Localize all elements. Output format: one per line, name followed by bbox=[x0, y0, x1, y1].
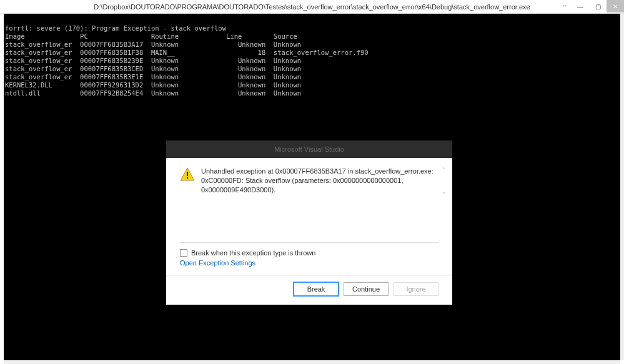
console-row: stack_overflow_er 00007FF6835B1F38 MAIN_… bbox=[5, 49, 369, 56]
svg-rect-2 bbox=[187, 177, 188, 179]
ignore-button: Ignore bbox=[394, 282, 438, 296]
console-error-line: forrtl: severe (170): Program Exception … bbox=[5, 24, 226, 32]
message-scrollbar[interactable]: ⌃ ⌄ bbox=[441, 167, 446, 195]
scroll-up-icon[interactable]: ⌃ bbox=[441, 167, 446, 172]
console-row: stack_overflow_er 00007FF6835B3E1E Unkno… bbox=[5, 73, 301, 81]
window-controls: — ▢ ✕ bbox=[572, 0, 624, 12]
svg-rect-1 bbox=[187, 172, 188, 176]
console-row: stack_overflow_er 00007FF6835B3A17 Unkno… bbox=[5, 41, 301, 48]
checkbox-box[interactable] bbox=[180, 249, 187, 257]
dialog-message-line-2: 0xC00000FD: Stack overflow (parameters: … bbox=[201, 176, 438, 195]
scroll-down-icon[interactable]: ⌄ bbox=[441, 189, 446, 195]
break-button[interactable]: Break bbox=[294, 282, 339, 296]
close-button[interactable]: ✕ bbox=[607, 0, 624, 12]
console-row: stack_overflow_er 00007FF6835B239E Unkno… bbox=[5, 57, 301, 64]
break-on-exception-checkbox[interactable]: Break when this exception type is thrown bbox=[180, 249, 438, 257]
horizontal-scrollbar[interactable] bbox=[4, 360, 620, 364]
app-window: D:\Dropbox\DOUTORADO\PROGRAMA\DOUTORADO\… bbox=[0, 0, 624, 364]
continue-button[interactable]: Continue bbox=[344, 282, 389, 296]
dialog-message-line-1: Unhandled exception at 0x00007FF6835B3A1… bbox=[201, 167, 438, 176]
exception-dialog: Microsoft Visual Studio Unhandled except… bbox=[166, 140, 452, 305]
console-row: stack_overflow_er 00007FF6835B3CED Unkno… bbox=[5, 65, 301, 72]
console-row: ntdll.dll 00007FF92B8254E4 Unknown Unkno… bbox=[5, 89, 301, 97]
resize-arrows-icon: ↔ bbox=[562, 2, 568, 9]
console-row: KERNEL32.DLL 00007FF9296313D2 Unknown Un… bbox=[5, 81, 301, 89]
open-exception-settings-link[interactable]: Open Exception Settings bbox=[180, 259, 255, 267]
checkbox-label: Break when this exception type is thrown bbox=[191, 249, 315, 257]
dialog-title: Microsoft Visual Studio bbox=[166, 140, 452, 158]
dialog-message: Unhandled exception at 0x00007FF6835B3A1… bbox=[201, 167, 438, 195]
dialog-buttons: Break Continue Ignore bbox=[166, 275, 452, 305]
console-column-header: Image PC Routine Line Source bbox=[5, 32, 297, 40]
dialog-body: Unhandled exception at 0x00007FF6835B3A1… bbox=[166, 158, 452, 305]
dialog-message-area: Unhandled exception at 0x00007FF6835B3A1… bbox=[166, 158, 452, 200]
vertical-scrollbar[interactable] bbox=[620, 14, 624, 360]
minimize-button[interactable]: — bbox=[572, 0, 589, 12]
maximize-button[interactable]: ▢ bbox=[589, 0, 607, 12]
titlebar: D:\Dropbox\DOUTORADO\PROGRAMA\DOUTORADO\… bbox=[0, 0, 624, 14]
dialog-options: Break when this exception type is thrown… bbox=[166, 243, 452, 275]
warning-icon bbox=[180, 167, 195, 182]
window-title: D:\Dropbox\DOUTORADO\PROGRAMA\DOUTORADO\… bbox=[94, 3, 530, 11]
